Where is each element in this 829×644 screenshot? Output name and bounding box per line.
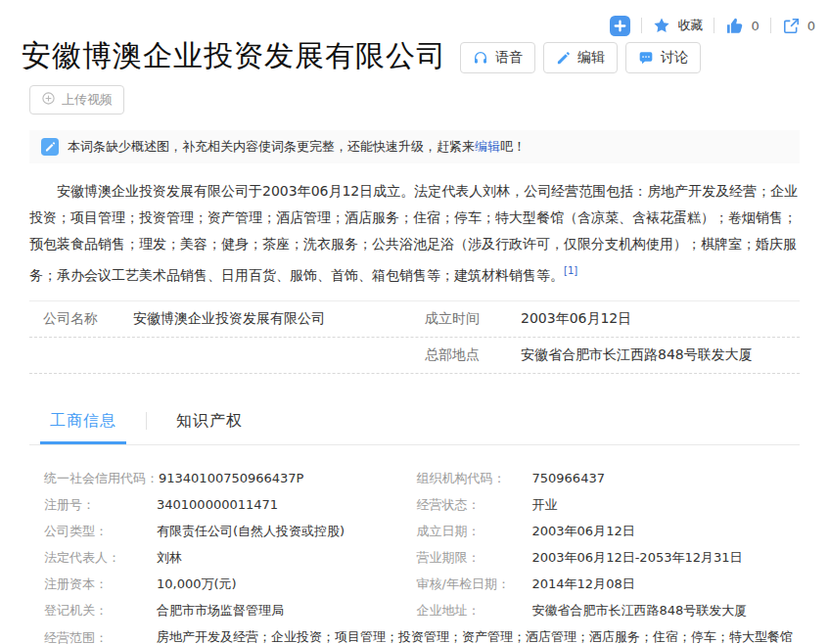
business-status-value: 开业 (532, 491, 801, 518)
registry-authority-value: 合肥市市场监督管理局 (157, 597, 415, 623)
detail-row: 经营状态： 开业 (415, 491, 801, 518)
company-type-value: 有限责任公司(自然人投资或控股) (157, 518, 415, 544)
inspection-date-value: 2014年12月08日 (532, 571, 801, 597)
registered-capital-value: 10,000万(元) (157, 571, 415, 597)
company-summary: 安徽博澳企业投资发展有限公司于2003年06月12日成立。法定代表人刘林，公司经… (29, 178, 800, 289)
business-status-label: 经营状态： (415, 491, 532, 518)
top-action-bar: 收藏 0 0 (0, 0, 829, 37)
favorite-label: 收藏 (677, 17, 703, 34)
detail-row: 登记机关： 合肥市市场监督管理局 (29, 597, 415, 623)
detail-row: 审核/年检日期： 2014年12月08日 (415, 571, 801, 597)
credit-code-label: 统一社会信用代码： (29, 465, 159, 491)
detail-row-business-scope: 经营范围： 房地产开发及经营；企业投资；项目管理；投资管理；资产管理；酒店管理；… (29, 624, 800, 644)
detail-row: 企业地址： 安徽省合肥市长江西路848号联发大厦 (415, 597, 801, 623)
discuss-button[interactable]: 讨论 (625, 42, 701, 73)
detail-row: 营业期限： 2003年06月12日-2053年12月31日 (415, 544, 801, 571)
company-name-label: 公司名称 (43, 310, 133, 328)
business-term-label: 营业期限： (415, 544, 532, 571)
edit-button[interactable]: 编辑 (543, 42, 618, 73)
baike-entry-page: 收藏 0 0 安徽博澳企业投资发展有限公司 语音 (0, 0, 829, 644)
reference-link[interactable]: [1] (564, 265, 577, 276)
summary-text: 安徽博澳企业投资发展有限公司于2003年06月12日成立。法定代表人刘林，公司经… (29, 183, 798, 283)
tab-divider (146, 412, 147, 430)
org-code-value: 750966437 (532, 465, 801, 491)
divider (714, 18, 714, 33)
detail-row: 公司类型： 有限责任公司(自然人投资或控股) (29, 518, 415, 544)
detail-row: 法定代表人： 刘林 (29, 544, 415, 571)
like-button[interactable]: 0 (725, 17, 759, 35)
title-row: 安徽博澳企业投资发展有限公司 语音 编辑 讨论 (0, 37, 829, 74)
founded-label: 成立时间 (425, 310, 521, 328)
upload-video-label: 上传视频 (62, 91, 113, 109)
business-term-value: 2003年06月12日-2053年12月31日 (532, 544, 801, 571)
business-info-section: 统一社会信用代码： 91340100750966437P 注册号： 340100… (29, 465, 800, 644)
detail-column-left: 统一社会信用代码： 91340100750966437P 注册号： 340100… (29, 465, 415, 623)
share-count: 0 (807, 19, 815, 33)
tab-business-info[interactable]: 工商信息 (47, 403, 119, 444)
page-title: 安徽博澳企业投资发展有限公司 (22, 37, 446, 74)
legal-rep-label: 法定代表人： (29, 544, 157, 571)
detail-row: 注册号： 340100000011471 (29, 491, 415, 518)
founded-value: 2003年06月12日 (521, 310, 800, 328)
credit-code-value: 91340100750966437P (159, 465, 415, 491)
registered-capital-label: 注册资本： (29, 571, 157, 597)
hq-value: 安徽省合肥市长江西路848号联发大厦 (521, 346, 800, 364)
registration-no-label: 注册号： (29, 491, 157, 518)
divider (641, 18, 642, 33)
basic-info-table: 公司名称 安徽博澳企业投资发展有限公司 成立时间 2003年06月12日 总部地… (29, 300, 800, 374)
registration-no-value: 340100000011471 (157, 491, 415, 518)
star-icon (653, 17, 670, 34)
divider (770, 18, 771, 33)
legal-rep-value: 刘林 (157, 544, 415, 571)
business-scope-label: 经营范围： (29, 624, 157, 644)
company-address-label: 企业地址： (415, 597, 532, 623)
share-icon (782, 17, 801, 35)
voice-label: 语音 (495, 49, 523, 67)
detail-grid: 统一社会信用代码： 91340100750966437P 注册号： 340100… (29, 465, 800, 623)
business-scope-value: 房地产开发及经营；企业投资；项目管理；投资管理；资产管理；酒店管理；酒店服务；住… (157, 624, 800, 644)
pencil-icon (556, 51, 571, 66)
headphones-icon (473, 50, 488, 66)
company-address-value: 安徽省合肥市长江西路848号联发大厦 (532, 597, 801, 623)
detail-column-right: 组织机构代码： 750966437 经营状态： 开业 成立日期： 2003年06… (415, 465, 801, 623)
plus-square-icon (610, 16, 630, 36)
founding-date-value: 2003年06月12日 (532, 518, 801, 544)
detail-row: 注册资本： 10,000万(元) (29, 571, 415, 597)
table-row: 总部地点 安徽省合肥市长江西路848号联发大厦 (29, 338, 800, 374)
registry-authority-label: 登记机关： (29, 597, 157, 623)
voice-button[interactable]: 语音 (460, 42, 535, 73)
detail-row: 组织机构代码： 750966437 (415, 465, 801, 491)
thumbs-up-icon (725, 17, 744, 35)
notice-banner: 本词条缺少概述图，补充相关内容使词条更完整，还能快速升级，赶紧来编辑吧！ (29, 130, 800, 163)
founding-date-label: 成立日期： (415, 518, 532, 544)
edit-pencil-icon (41, 138, 59, 156)
notice-text-after: 吧！ (500, 139, 526, 154)
title-buttons: 语音 编辑 讨论 (460, 42, 701, 73)
chat-bubble-icon (638, 50, 654, 66)
discuss-label: 讨论 (661, 49, 688, 67)
org-code-label: 组织机构代码： (415, 465, 532, 491)
company-type-label: 公司类型： (29, 518, 157, 544)
tab-bar: 工商信息 知识产权 (29, 403, 800, 445)
hq-label: 总部地点 (425, 346, 521, 364)
detail-row: 统一社会信用代码： 91340100750966437P (29, 465, 415, 491)
company-name-value: 安徽博澳企业投资发展有限公司 (133, 310, 425, 328)
upload-video-button[interactable]: 上传视频 (29, 85, 124, 115)
notice-text: 本词条缺少概述图，补充相关内容使词条更完整，还能快速升级，赶紧来编辑吧！ (68, 138, 526, 156)
tab-intellectual-property[interactable]: 知识产权 (173, 403, 246, 444)
favorite-button[interactable]: 收藏 (653, 17, 703, 34)
notice-edit-link[interactable]: 编辑 (475, 139, 500, 154)
add-button[interactable] (610, 16, 630, 36)
edit-label: 编辑 (577, 49, 605, 67)
like-count: 0 (751, 19, 759, 33)
table-row: 公司名称 安徽博澳企业投资发展有限公司 成立时间 2003年06月12日 (29, 301, 800, 338)
circle-plus-icon (41, 91, 56, 109)
notice-text-before: 本词条缺少概述图，补充相关内容使词条更完整，还能快速升级，赶紧来 (68, 139, 475, 154)
share-button[interactable]: 0 (782, 17, 815, 35)
inspection-date-label: 审核/年检日期： (415, 571, 532, 597)
detail-row: 成立日期： 2003年06月12日 (415, 518, 801, 544)
